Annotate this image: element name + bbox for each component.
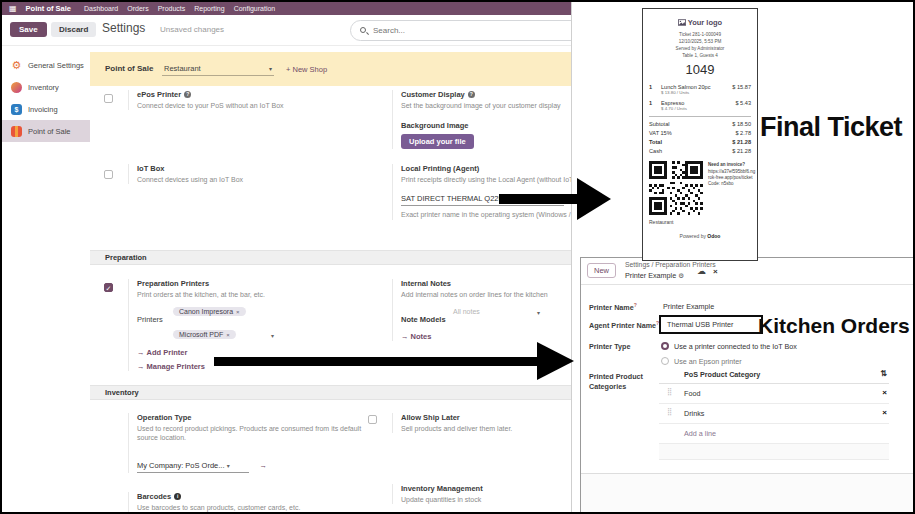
shop-band-label: Point of Sale <box>105 64 153 73</box>
epos-printer-checkbox[interactable] <box>104 94 113 103</box>
inventory-icon <box>11 82 22 93</box>
category-row[interactable]: ⣿ Food × <box>659 384 889 404</box>
nav-item-reporting[interactable]: Reporting <box>194 5 224 12</box>
setting-title: Local Printing (Agent) <box>401 164 572 173</box>
printer-name-label: Printer Name? <box>589 302 637 312</box>
receipt-ticket-number: Ticket 281-1-000049 <box>643 32 757 39</box>
note-models-label: Note Models <box>401 315 446 324</box>
chevron-down-icon[interactable]: ▾ <box>271 332 274 339</box>
image-icon <box>678 19 686 26</box>
receipt-item: 1 Lunch Salmon 20pc $ 13.80 / Units $ 15… <box>649 84 751 95</box>
setting-desc: Print receipts directly using the Local … <box>401 175 572 184</box>
printer-type-label: Printer Type <box>589 342 630 351</box>
receipt-logo: Your logo <box>643 18 757 27</box>
help-icon[interactable]: ? <box>184 91 191 98</box>
chevron-down-icon[interactable]: ▾ <box>537 309 540 316</box>
nav-item-configuration[interactable]: Configuration <box>234 5 276 12</box>
remove-tag-icon[interactable]: × <box>236 309 240 315</box>
sidebar-item-invoicing[interactable]: $ Invoicing <box>2 98 90 120</box>
arrow-head <box>537 342 574 380</box>
save-button[interactable]: Save <box>10 22 47 37</box>
cloud-save-icon[interactable]: ☁ <box>697 266 706 276</box>
arrow-shaft <box>499 194 579 204</box>
settings-toolbar: Save Discard Settings Unsaved changes <box>2 15 572 46</box>
receipt-preview: Your logo Ticket 281-1-000049 12/10/2025… <box>642 8 758 261</box>
receipt-total-row: Cash$ 21.28 <box>649 147 751 156</box>
internal-link-icon[interactable]: → <box>259 461 267 470</box>
printer-name-value[interactable]: Printer Example <box>663 302 714 311</box>
printer-tag[interactable]: Microsoft PDF× <box>173 330 236 339</box>
discard-button[interactable]: Discard <box>51 22 96 37</box>
category-row[interactable]: ⣿ Drinks × <box>659 404 889 424</box>
agent-printer-name-input[interactable]: Thermal USB Printer <box>659 315 763 334</box>
receipt-items: 1 Lunch Salmon 20pc $ 13.80 / Units $ 15… <box>649 84 751 111</box>
section-header-inventory: Inventory <box>90 385 572 400</box>
radio-epson-printer[interactable] <box>661 357 669 365</box>
radio-epson-label[interactable]: Use an Epson printer <box>674 357 742 366</box>
allow-ship-later-checkbox[interactable] <box>368 415 377 424</box>
categories-table: PoS Product Category ⇅ ⣿ Food × ⣿ Drinks… <box>659 366 889 460</box>
apps-grid-icon[interactable]: ▦ <box>9 5 17 13</box>
setting-title: Preparation Printers <box>137 279 378 288</box>
nav-item-dashboard[interactable]: Dashboard <box>84 5 118 12</box>
setting-desc: Connect device to your PoS without an Io… <box>137 101 378 110</box>
inventory-management-setting: Inventory Management Update quantities i… <box>392 484 572 504</box>
gear-icon[interactable]: ⚙ <box>678 272 684 279</box>
info-icon[interactable]: i <box>174 493 181 500</box>
sidebar-item-inventory[interactable]: Inventory <box>2 76 90 98</box>
drag-handle-icon[interactable]: ⣿ <box>667 408 672 416</box>
search-input[interactable] <box>373 22 572 39</box>
setting-title: Operation Type <box>137 413 378 422</box>
sort-icon[interactable]: ⇅ <box>880 369 887 378</box>
delete-row-icon[interactable]: × <box>882 408 887 417</box>
operation-type-select[interactable]: My Company: PoS Orde... ▾ <box>137 459 249 473</box>
nav-item-products[interactable]: Products <box>158 5 186 12</box>
unsaved-changes-indicator: Unsaved changes <box>160 25 224 34</box>
shop-select[interactable]: Restaurant ▾ <box>162 62 274 76</box>
printers-field-label: Printers <box>137 315 163 324</box>
setting-title: IoT Box <box>137 164 378 173</box>
new-button[interactable]: New <box>587 263 616 278</box>
allow-ship-later-setting: Allow Ship Later Sell products and deliv… <box>392 413 572 433</box>
general-settings-icon: ⚙ <box>11 60 22 71</box>
preparation-printers-checkbox[interactable]: ✓ <box>104 283 113 292</box>
operation-type-setting: Operation Type Used to record product pi… <box>128 413 378 473</box>
link-arrow-icon: → <box>401 332 409 341</box>
receipt-powered-by: Powered by Odoo <box>643 233 757 239</box>
add-a-line-link[interactable]: Add a line <box>659 424 889 444</box>
search-box[interactable] <box>350 20 572 41</box>
nav-item-orders[interactable]: Orders <box>127 5 148 12</box>
sidebar-item-point-of-sale[interactable]: Point of Sale <box>2 120 90 142</box>
drag-handle-icon[interactable]: ⣿ <box>667 388 672 396</box>
remove-tag-icon[interactable]: × <box>226 332 230 338</box>
help-icon: ? <box>634 302 637 308</box>
sidebar-label: Point of Sale <box>28 127 71 136</box>
odoo-app-window: ▦ Point of Sale Dashboard Orders Product… <box>2 2 572 512</box>
setting-title: Internal Notes <box>401 279 572 288</box>
breadcrumb-record[interactable]: Printer Example⚙ <box>625 271 684 280</box>
app-title[interactable]: Point of Sale <box>26 4 71 13</box>
delete-row-icon[interactable]: × <box>882 388 887 397</box>
iot-box-checkbox[interactable] <box>104 170 113 179</box>
help-icon[interactable]: ? <box>468 91 475 98</box>
note-models-placeholder[interactable]: All notes <box>453 308 480 315</box>
kitchen-orders-label: Kitchen Orders <box>758 314 910 338</box>
upload-file-button[interactable]: Upload your file <box>401 134 474 149</box>
epos-printer-setting: ePos Printer? Connect device to your PoS… <box>128 90 378 110</box>
invoice-code: Code: n5sbo <box>708 181 756 187</box>
printer-tag[interactable]: Canon Impresora× <box>173 307 246 316</box>
receipt-table: Table 1, Guests 4 <box>643 53 757 60</box>
new-shop-link[interactable]: + New Shop <box>286 65 327 74</box>
invoicing-icon: $ <box>11 104 22 115</box>
setting-desc: Set the background image of your custome… <box>401 101 572 110</box>
sidebar-item-general-settings[interactable]: ⚙ General Settings <box>2 54 90 76</box>
radio-iot-label[interactable]: Use a printer connected to the IoT Box <box>674 342 797 351</box>
barcodes-setting: Barcodesi Use barcodes to scan products,… <box>128 492 378 512</box>
notes-link[interactable]: → Notes <box>401 332 572 341</box>
sidebar-label: Inventory <box>28 83 59 92</box>
discard-record-icon[interactable]: × <box>713 267 718 276</box>
form-header: New Settings / Preparation Printers Prin… <box>581 258 914 285</box>
page-title: Settings <box>102 21 145 35</box>
radio-iot-printer[interactable] <box>661 342 669 350</box>
final-ticket-label: Final Ticket <box>760 112 902 143</box>
